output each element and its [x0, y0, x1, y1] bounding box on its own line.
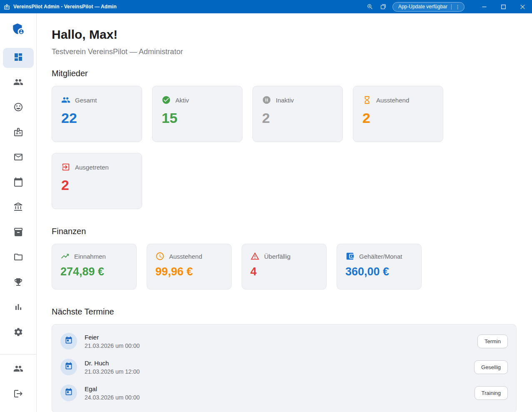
- event-texts: Egal 24.03.2026 um 00:00: [85, 385, 140, 401]
- pill-divider: [451, 4, 452, 10]
- sidebar-item-dashboard[interactable]: [3, 48, 34, 68]
- event-row[interactable]: Dr. Huch 21.03.2026 um 12:00 Gesellig: [59, 354, 510, 380]
- stat-value: 22: [61, 110, 132, 126]
- calendar-event-icon: [65, 336, 73, 346]
- calendar-event-icon: [65, 388, 73, 398]
- events-card: Feier 21.03.2026 um 00:00 Termin Dr. Huc…: [52, 324, 517, 412]
- kebab-menu-icon[interactable]: ⋮: [454, 4, 461, 10]
- finances-section-title: Finanzen: [52, 227, 517, 236]
- stat-value: 4: [250, 265, 318, 278]
- exit-icon: [61, 162, 70, 172]
- app-icon: [3, 3, 10, 10]
- stat-label: Einnahmen: [74, 253, 106, 260]
- mail-icon: [13, 152, 23, 164]
- minimize-button[interactable]: [475, 0, 494, 13]
- sidebar-item-trophy[interactable]: [3, 273, 34, 293]
- event-type-badge[interactable]: Training: [475, 386, 508, 400]
- stat-card-ausstehend-finanzen: Ausstehend 99,96 €: [147, 244, 232, 290]
- event-datetime: 24.03.2026 um 00:00: [85, 394, 140, 401]
- stat-card-ausstehend: Ausstehend 2: [353, 86, 443, 142]
- event-texts: Feier 21.03.2026 um 00:00: [85, 334, 140, 349]
- event-type-badge[interactable]: Termin: [477, 335, 508, 348]
- stat-card-aktiv: Aktiv 15: [152, 86, 242, 142]
- bank-icon: [13, 202, 23, 214]
- event-row[interactable]: Egal 24.03.2026 um 00:00 Training: [59, 380, 510, 406]
- archive-box-icon: [13, 227, 23, 239]
- window-title: VereinsPilot Admin - VereinsPilot — Admi…: [13, 4, 117, 10]
- stat-label: Gehälter/Monat: [359, 253, 402, 260]
- event-texts: Dr. Huch 21.03.2026 um 12:00: [85, 360, 140, 375]
- events-section-title: Nächste Termine: [52, 307, 517, 317]
- stat-value: 99,96 €: [155, 265, 223, 278]
- logout-icon: [13, 389, 23, 400]
- stat-value: 2: [61, 177, 132, 193]
- finances-cards-row: Einnahmen 274,89 € Ausstehend 99,96 € Üb…: [52, 244, 517, 290]
- event-row[interactable]: Feier 21.03.2026 um 00:00 Termin: [59, 328, 510, 354]
- members-section: Mitglieder Gesamt 22 Aktiv 15: [52, 69, 517, 209]
- sidebar-item-members[interactable]: [3, 73, 34, 93]
- sidebar-item-statistics[interactable]: [3, 298, 34, 318]
- event-datetime: 21.03.2026 um 00:00: [85, 342, 140, 349]
- stat-value: 360,00 €: [345, 265, 413, 278]
- app-logo: [8, 20, 28, 39]
- sidebar-item-mail[interactable]: [3, 148, 34, 168]
- trophy-icon: [13, 277, 23, 289]
- event-name: Dr. Huch: [85, 360, 140, 367]
- stat-card-inaktiv: Inaktiv 2: [252, 86, 343, 142]
- event-name: Egal: [85, 385, 140, 392]
- clock-icon: [155, 252, 165, 261]
- close-button[interactable]: [513, 0, 532, 13]
- bar-chart-icon: [13, 302, 23, 314]
- people-icon: [13, 364, 23, 375]
- sidebar-item-bank[interactable]: [3, 198, 34, 218]
- maximize-button[interactable]: [494, 0, 513, 13]
- wallet-icon: [345, 252, 355, 261]
- stat-label: Ausgetreten: [75, 164, 109, 171]
- face-icon: [13, 102, 23, 114]
- stat-label: Inaktiv: [276, 97, 294, 104]
- stat-label: Ausstehend: [169, 253, 202, 260]
- titlebar: VereinsPilot Admin - VereinsPilot — Admi…: [0, 0, 532, 13]
- events-section: Nächste Termine Feier 21.03.2026 um 00:0…: [52, 307, 517, 412]
- main-content: Hallo, Max! Testverein VereinsPilot — Ad…: [37, 13, 532, 412]
- sidebar-item-calendar[interactable]: [3, 173, 34, 193]
- stat-label: Gesamt: [75, 97, 97, 104]
- people-icon: [61, 95, 70, 105]
- sidebar-item-folder[interactable]: [3, 248, 34, 268]
- sidebar-item-settings[interactable]: [3, 323, 34, 343]
- stat-value: 2: [362, 110, 434, 126]
- hourglass-icon: [362, 95, 372, 105]
- sidebar-item-users[interactable]: [3, 360, 34, 380]
- sidebar-item-badge[interactable]: [3, 123, 34, 143]
- members-cards-row: Gesamt 22 Aktiv 15 Inaktiv: [52, 86, 517, 209]
- sidebar-item-face[interactable]: [3, 98, 34, 118]
- dashboard-icon: [13, 52, 23, 64]
- pause-circle-icon: [262, 95, 271, 105]
- sidebar-divider: [0, 354, 37, 355]
- trending-up-icon: [60, 252, 70, 261]
- tab-preview-icon[interactable]: [377, 0, 390, 13]
- event-avatar: [60, 359, 77, 375]
- stat-label: Aktiv: [175, 97, 189, 104]
- stat-value: 274,89 €: [60, 265, 128, 278]
- titlebar-right: App-Update verfügbar ⋮: [363, 0, 532, 13]
- stat-card-ueberfaellig: Überfällig 4: [242, 244, 327, 290]
- zoom-in-icon[interactable]: [363, 0, 377, 13]
- stat-card-gehaelter: Gehälter/Monat 360,00 €: [337, 244, 422, 290]
- folder-icon: [13, 252, 23, 264]
- event-avatar: [60, 333, 77, 350]
- gear-icon: [13, 327, 23, 339]
- shield-admin-icon: [11, 22, 25, 37]
- app-update-button[interactable]: App-Update verfügbar ⋮: [392, 2, 465, 12]
- badge-icon: [13, 127, 23, 139]
- stat-value: 15: [162, 110, 233, 126]
- event-datetime: 21.03.2026 um 12:00: [85, 368, 140, 375]
- finances-section: Finanzen Einnahmen 274,89 € Ausstehend 9…: [52, 227, 517, 290]
- sidebar-bottom: [0, 354, 36, 412]
- event-name: Feier: [85, 334, 140, 341]
- event-type-badge[interactable]: Gesellig: [474, 360, 508, 374]
- members-section-title: Mitglieder: [52, 69, 517, 78]
- sidebar-item-archive[interactable]: [3, 223, 34, 243]
- stat-card-ausgetreten: Ausgetreten 2: [52, 153, 142, 209]
- sidebar-item-logout[interactable]: [3, 385, 34, 405]
